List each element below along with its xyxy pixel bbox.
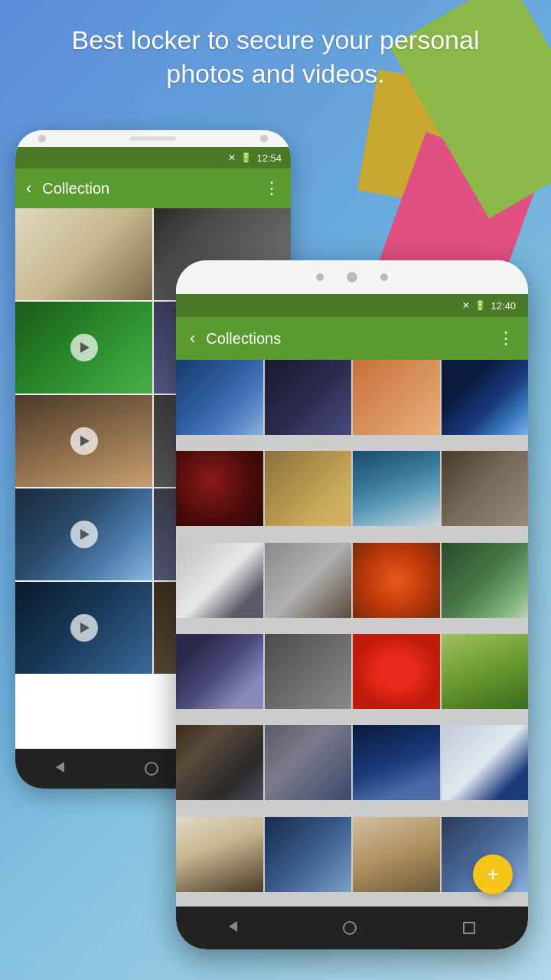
photo-cell-p3[interactable] [353,360,440,449]
more-button-front[interactable]: ⋮ [497,328,514,348]
nav-bar-front [176,906,528,949]
play-icon-bc9 [70,614,98,642]
nav-back-front[interactable] [229,921,237,935]
photo-cell-p23[interactable] [353,817,440,906]
phone-camera-front [347,272,357,283]
photo-cell-p10[interactable] [265,543,352,632]
photo-cell-p9[interactable] [176,543,263,632]
back-button-front[interactable]: ‹ [190,328,195,348]
nav-home-front[interactable] [343,921,357,935]
nav-back-back[interactable] [56,762,64,776]
recents-square-icon-front [463,922,475,934]
nav-home-back[interactable] [145,762,158,776]
home-circle-icon [145,762,158,776]
play-icon-bc7 [70,521,98,548]
nav-recents-front[interactable] [463,922,475,934]
photo-cell-p16[interactable] [442,634,529,724]
collections-grid [176,360,528,906]
photo-cell-p6[interactable] [265,451,352,541]
photo-cell-p13[interactable] [176,634,263,724]
phone-speaker [130,136,176,141]
photo-cell-p2[interactable] [265,360,352,449]
status-bar-back: ✕ 🔋 12:54 [15,147,291,168]
grid-cell-bc1[interactable] [15,208,152,300]
photo-cell-p14[interactable] [265,634,352,724]
toolbar-title-back: Collection [42,180,253,198]
more-button-back[interactable]: ⋮ [263,178,280,198]
header-text: Best locker to secure your personal phot… [0,23,551,90]
phone-dot-right [260,135,268,142]
photo-cell-p8[interactable] [442,451,529,541]
photo-cell-p15[interactable] [353,634,440,724]
status-time-front: 12:40 [491,300,516,312]
phone-hardware-top [15,130,291,147]
photo-cell-p19[interactable] [353,725,440,815]
play-icon-bc5 [70,427,98,455]
back-triangle-icon-front [229,921,237,932]
toolbar-back: ‹ Collection ⋮ [15,168,291,208]
photo-cell-p7[interactable] [353,451,440,541]
phone-dot-left [38,135,46,142]
photo-cell-p17[interactable] [176,725,263,815]
play-icon-bc3 [70,334,98,361]
photo-cell-p20[interactable] [442,725,529,815]
grid-cell-bc9[interactable] [15,582,152,674]
photo-cell-p11[interactable] [353,543,440,632]
phone-dot-front-left [316,273,324,281]
photo-cell-p1[interactable] [176,360,263,449]
phone-hardware-front [176,260,528,294]
battery-icon-front: 🔋 [474,300,486,311]
back-button-back[interactable]: ‹ [26,178,31,198]
photo-cell-p22[interactable] [265,817,352,906]
phone-front: ✕ 🔋 12:40 ‹ Collections ⋮ [176,260,528,949]
grid-cell-bc5[interactable] [15,395,152,487]
add-fab-button[interactable]: + [473,854,513,894]
status-bar-front: ✕ 🔋 12:40 [176,294,528,317]
add-plus-icon: + [487,864,499,885]
photo-cell-p18[interactable] [265,725,352,815]
toolbar-front: ‹ Collections ⋮ [176,317,528,360]
phone-cam-dots [316,272,388,283]
signal-off-icon: ✕ [228,152,236,163]
photo-cell-p5[interactable] [176,451,263,541]
home-circle-icon-front [343,921,357,935]
back-triangle-icon [56,762,64,773]
toolbar-title-front: Collections [206,330,487,348]
phone-dot-front-right [380,273,388,281]
photo-cell-p12[interactable] [442,543,529,632]
photo-cell-p4[interactable] [442,360,529,449]
status-time-back: 12:54 [256,152,282,164]
grid-cell-bc3[interactable] [15,302,152,394]
photo-cell-p21[interactable] [176,817,263,906]
battery-icon: 🔋 [240,152,252,163]
grid-cell-bc7[interactable] [15,488,152,580]
signal-off-icon-front: ✕ [462,300,470,311]
